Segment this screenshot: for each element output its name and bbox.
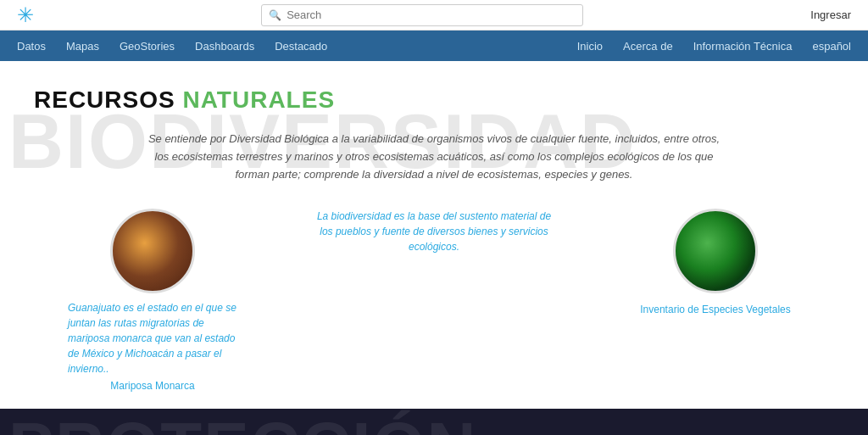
- nav-bar: Datos Mapas GeoStories Dashboards Destac…: [0, 31, 868, 61]
- nav-inicio[interactable]: Inicio: [577, 40, 603, 53]
- nav-right: Inicio Acerca de Información Técnica esp…: [577, 40, 851, 53]
- nav-acerca[interactable]: Acerca de: [623, 40, 673, 53]
- top-bar: ✳ 🔍 Ingresar: [0, 0, 868, 31]
- login-button[interactable]: Ingresar: [810, 8, 851, 21]
- nav-mapas[interactable]: Mapas: [66, 40, 99, 53]
- nav-language[interactable]: español: [812, 40, 851, 53]
- card-inventario-label[interactable]: Inventario de Especies Vegetales: [640, 304, 790, 315]
- nav-informacion[interactable]: Información Técnica: [693, 40, 793, 53]
- nav-destacado[interactable]: Destacado: [275, 40, 327, 53]
- hero-title-green: NATURALES: [182, 86, 335, 113]
- second-section: PROTECCIÓN. IMPACTO AMBIENTAL: [0, 409, 868, 435]
- card-inventario[interactable]: Inventario de Especies Vegetales: [631, 209, 800, 315]
- cards-row: Guanajuato es el estado en el que se jun…: [34, 209, 834, 392]
- search-input[interactable]: [287, 8, 576, 21]
- search-icon: 🔍: [269, 9, 281, 21]
- second-bg-text: PROTECCIÓN.: [0, 409, 868, 435]
- card-inventario-image: [673, 209, 758, 293]
- hero-title-normal: RECURSOS: [34, 86, 182, 113]
- nav-datos[interactable]: Datos: [17, 40, 46, 53]
- card-mariposa-image: [110, 209, 195, 293]
- hero-description: Se entiende por Diversidad Biológica a l…: [146, 131, 722, 183]
- search-bar[interactable]: 🔍: [261, 4, 583, 26]
- card-mariposa[interactable]: Guanajuato es el estado en el que se jun…: [68, 209, 237, 392]
- card-center-text: La biodiversidad es la base del sustento…: [315, 209, 553, 254]
- card-mariposa-text: Guanajuato es el estado en el que se jun…: [68, 300, 237, 376]
- nav-geostories[interactable]: GeoStories: [120, 40, 175, 53]
- nav-left: Datos Mapas GeoStories Dashboards Destac…: [17, 40, 327, 53]
- hero-section: BIODIVERSIDAD RECURSOS NATURALES Se enti…: [0, 61, 868, 409]
- card-mariposa-label[interactable]: Mariposa Monarca: [110, 380, 194, 392]
- logo-icon: ✳: [17, 3, 34, 27]
- logo-area: ✳: [17, 3, 34, 27]
- card-center: La biodiversidad es la base del sustento…: [254, 209, 614, 254]
- nav-dashboards[interactable]: Dashboards: [195, 40, 254, 53]
- hero-title: RECURSOS NATURALES: [34, 86, 834, 114]
